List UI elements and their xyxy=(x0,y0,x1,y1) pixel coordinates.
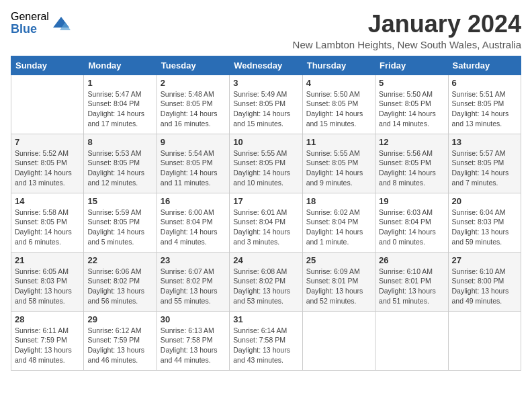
day-info: Sunrise: 6:11 AMSunset: 7:59 PMDaylight:… xyxy=(15,326,80,365)
day-number: 29 xyxy=(87,314,152,324)
calendar-cell: 12Sunrise: 5:56 AMSunset: 8:05 PMDayligh… xyxy=(375,134,448,193)
week-row-5: 28Sunrise: 6:11 AMSunset: 7:59 PMDayligh… xyxy=(11,311,521,370)
day-number: 2 xyxy=(161,78,226,88)
calendar-cell: 25Sunrise: 6:09 AMSunset: 8:01 PMDayligh… xyxy=(302,252,375,311)
calendar-cell: 23Sunrise: 6:07 AMSunset: 8:02 PMDayligh… xyxy=(157,252,229,311)
week-row-4: 21Sunrise: 6:05 AMSunset: 8:03 PMDayligh… xyxy=(11,252,521,311)
calendar-cell: 8Sunrise: 5:53 AMSunset: 8:05 PMDaylight… xyxy=(84,134,157,193)
day-number: 6 xyxy=(452,78,517,88)
calendar-cell: 20Sunrise: 6:04 AMSunset: 8:03 PMDayligh… xyxy=(448,193,521,252)
day-info: Sunrise: 5:55 AMSunset: 8:05 PMDaylight:… xyxy=(233,148,298,188)
day-info: Sunrise: 6:01 AMSunset: 8:04 PMDaylight:… xyxy=(233,208,298,247)
day-number: 19 xyxy=(379,196,444,206)
day-number: 28 xyxy=(15,314,80,324)
day-info: Sunrise: 6:08 AMSunset: 8:02 PMDaylight:… xyxy=(233,267,298,306)
weekday-header-thursday: Thursday xyxy=(302,56,375,75)
day-number: 4 xyxy=(306,78,371,88)
day-number: 16 xyxy=(161,196,226,206)
calendar-cell: 4Sunrise: 5:50 AMSunset: 8:05 PMDaylight… xyxy=(302,75,375,134)
page-header: General Blue January 2024 New Lambton He… xyxy=(11,11,521,50)
day-number: 10 xyxy=(233,137,298,147)
day-number: 1 xyxy=(87,78,152,88)
day-info: Sunrise: 6:06 AMSunset: 8:02 PMDaylight:… xyxy=(87,267,152,306)
day-number: 25 xyxy=(306,255,371,265)
day-number: 9 xyxy=(161,137,226,147)
day-number: 26 xyxy=(379,255,444,265)
weekday-header-friday: Friday xyxy=(375,56,448,75)
day-number: 15 xyxy=(87,196,152,206)
day-number: 27 xyxy=(452,255,517,265)
calendar-cell: 30Sunrise: 6:13 AMSunset: 7:58 PMDayligh… xyxy=(157,311,229,370)
day-info: Sunrise: 5:50 AMSunset: 8:05 PMDaylight:… xyxy=(379,89,444,129)
calendar-cell: 11Sunrise: 5:55 AMSunset: 8:05 PMDayligh… xyxy=(302,134,375,193)
logo-text: General Blue xyxy=(11,11,49,36)
week-row-3: 14Sunrise: 5:58 AMSunset: 8:05 PMDayligh… xyxy=(11,193,521,252)
week-row-1: 1Sunrise: 5:47 AMSunset: 8:04 PMDaylight… xyxy=(11,75,521,134)
day-info: Sunrise: 6:10 AMSunset: 8:00 PMDaylight:… xyxy=(452,267,517,306)
weekday-header-sunday: Sunday xyxy=(11,56,84,75)
day-number: 23 xyxy=(161,255,226,265)
day-info: Sunrise: 5:53 AMSunset: 8:05 PMDaylight:… xyxy=(87,148,152,188)
day-info: Sunrise: 6:05 AMSunset: 8:03 PMDaylight:… xyxy=(15,267,80,306)
calendar-cell: 9Sunrise: 5:54 AMSunset: 8:05 PMDaylight… xyxy=(157,134,229,193)
calendar-cell: 2Sunrise: 5:48 AMSunset: 8:05 PMDaylight… xyxy=(157,75,229,134)
day-info: Sunrise: 6:09 AMSunset: 8:01 PMDaylight:… xyxy=(306,267,371,306)
day-info: Sunrise: 5:54 AMSunset: 8:05 PMDaylight:… xyxy=(161,148,226,188)
day-number: 18 xyxy=(306,196,371,206)
day-info: Sunrise: 5:51 AMSunset: 8:05 PMDaylight:… xyxy=(452,89,517,129)
calendar-cell: 7Sunrise: 5:52 AMSunset: 8:05 PMDaylight… xyxy=(11,134,84,193)
day-number: 20 xyxy=(452,196,517,206)
calendar-cell: 28Sunrise: 6:11 AMSunset: 7:59 PMDayligh… xyxy=(11,311,84,370)
day-info: Sunrise: 5:56 AMSunset: 8:05 PMDaylight:… xyxy=(379,148,444,188)
day-info: Sunrise: 6:03 AMSunset: 8:04 PMDaylight:… xyxy=(379,208,444,247)
logo-general: General xyxy=(11,11,49,23)
title-section: January 2024 New Lambton Heights, New So… xyxy=(293,11,521,50)
calendar-cell: 16Sunrise: 6:00 AMSunset: 8:04 PMDayligh… xyxy=(157,193,229,252)
logo: General Blue xyxy=(11,11,71,36)
day-number: 17 xyxy=(233,196,298,206)
calendar-cell xyxy=(302,311,375,370)
calendar-cell xyxy=(375,311,448,370)
calendar-cell: 26Sunrise: 6:10 AMSunset: 8:01 PMDayligh… xyxy=(375,252,448,311)
calendar-cell: 5Sunrise: 5:50 AMSunset: 8:05 PMDaylight… xyxy=(375,75,448,134)
day-info: Sunrise: 6:02 AMSunset: 8:04 PMDaylight:… xyxy=(306,208,371,247)
day-number: 30 xyxy=(161,314,226,324)
day-info: Sunrise: 6:00 AMSunset: 8:04 PMDaylight:… xyxy=(161,208,226,247)
day-info: Sunrise: 6:07 AMSunset: 8:02 PMDaylight:… xyxy=(161,267,226,306)
day-number: 11 xyxy=(306,137,371,147)
day-info: Sunrise: 5:52 AMSunset: 8:05 PMDaylight:… xyxy=(15,148,80,188)
calendar-cell: 10Sunrise: 5:55 AMSunset: 8:05 PMDayligh… xyxy=(230,134,302,193)
month-title: January 2024 xyxy=(293,11,521,38)
day-number: 24 xyxy=(233,255,298,265)
day-info: Sunrise: 5:49 AMSunset: 8:05 PMDaylight:… xyxy=(233,89,298,129)
calendar-cell: 24Sunrise: 6:08 AMSunset: 8:02 PMDayligh… xyxy=(230,252,302,311)
day-number: 12 xyxy=(379,137,444,147)
calendar-table: SundayMondayTuesdayWednesdayThursdayFrid… xyxy=(11,56,521,371)
day-info: Sunrise: 5:55 AMSunset: 8:05 PMDaylight:… xyxy=(306,148,371,188)
calendar-cell: 15Sunrise: 5:59 AMSunset: 8:05 PMDayligh… xyxy=(84,193,157,252)
day-info: Sunrise: 5:59 AMSunset: 8:05 PMDaylight:… xyxy=(87,208,152,247)
calendar-cell: 18Sunrise: 6:02 AMSunset: 8:04 PMDayligh… xyxy=(302,193,375,252)
day-info: Sunrise: 6:10 AMSunset: 8:01 PMDaylight:… xyxy=(379,267,444,306)
day-number: 21 xyxy=(15,255,80,265)
day-number: 3 xyxy=(233,78,298,88)
day-info: Sunrise: 5:47 AMSunset: 8:04 PMDaylight:… xyxy=(87,89,152,129)
weekday-header-monday: Monday xyxy=(84,56,157,75)
calendar-cell xyxy=(11,75,84,134)
calendar-cell: 1Sunrise: 5:47 AMSunset: 8:04 PMDaylight… xyxy=(84,75,157,134)
calendar-cell: 19Sunrise: 6:03 AMSunset: 8:04 PMDayligh… xyxy=(375,193,448,252)
day-number: 14 xyxy=(15,196,80,206)
weekday-header-saturday: Saturday xyxy=(448,56,521,75)
calendar-cell: 29Sunrise: 6:12 AMSunset: 7:59 PMDayligh… xyxy=(84,311,157,370)
weekday-header-tuesday: Tuesday xyxy=(157,56,229,75)
week-row-2: 7Sunrise: 5:52 AMSunset: 8:05 PMDaylight… xyxy=(11,134,521,193)
logo-icon xyxy=(52,14,71,33)
calendar-cell: 13Sunrise: 5:57 AMSunset: 8:05 PMDayligh… xyxy=(448,134,521,193)
day-number: 7 xyxy=(15,137,80,147)
day-number: 22 xyxy=(87,255,152,265)
day-number: 13 xyxy=(452,137,517,147)
calendar-cell: 3Sunrise: 5:49 AMSunset: 8:05 PMDaylight… xyxy=(230,75,302,134)
day-number: 31 xyxy=(233,314,298,324)
weekday-header-row: SundayMondayTuesdayWednesdayThursdayFrid… xyxy=(11,56,521,75)
day-info: Sunrise: 5:58 AMSunset: 8:05 PMDaylight:… xyxy=(15,208,80,247)
